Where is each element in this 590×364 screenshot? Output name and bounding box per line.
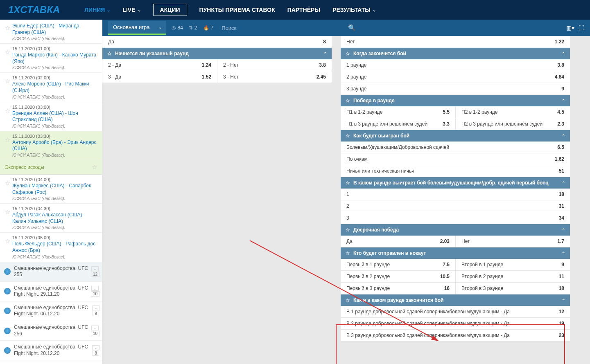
search-input[interactable] [219, 22, 348, 34]
event-item[interactable]: ☆ 15.11.2020 (04:30) Абдул Разак Альхасс… [0, 204, 102, 233]
bet-cell[interactable]: 2 раунде4.84 [341, 71, 570, 83]
category-item[interactable]: Смешанные единоборства. UFC Fight Night.… [0, 282, 102, 301]
bet-cell[interactable]: Да8 [102, 36, 332, 47]
star-icon[interactable]: ☆ [5, 78, 10, 85]
bet-cell[interactable]: Второй в 2 раунде11 [455, 271, 570, 282]
bet-cell[interactable]: Да2.03 [341, 236, 455, 247]
bet-cell[interactable]: Нет1.7 [455, 236, 570, 247]
collapse-icon[interactable]: ⌃ [323, 52, 327, 56]
category-item[interactable]: Смешанные единоборства. UFC Fight Night.… [0, 360, 102, 364]
bet-cell[interactable]: 3 - Нет2.45 [217, 71, 332, 83]
bet-cell[interactable]: Первый в 3 раунде16 [341, 283, 455, 294]
category-label: Смешанные единоборства. UFC 255 [12, 265, 91, 278]
star-icon[interactable]: ☆ [5, 238, 10, 245]
bet-cell[interactable]: Первый в 1 раунде7.5 [341, 259, 455, 270]
category-item[interactable]: Смешанные единоборства. UFC 256 ⌄10 [0, 321, 102, 341]
bet-cell[interactable]: 3 - Да1.52 [102, 71, 217, 83]
sidebar[interactable]: ☆ Эшли Ёдер (США) - Миранда Грангер (США… [0, 20, 102, 364]
collapse-icon[interactable]: ⌃ [562, 298, 565, 303]
bet-cell[interactable]: Первый в 2 раунде10.5 [341, 271, 455, 282]
bet-cell[interactable]: 2 - Нет3.8 [217, 59, 332, 71]
collapse-icon[interactable]: ⌃ [562, 52, 565, 56]
bet-cell[interactable]: Нет1.22 [341, 36, 570, 47]
market-header[interactable]: ☆Как и в каком раунде закончится бой⌃ [341, 294, 570, 306]
bet-cell[interactable]: 118 [341, 189, 570, 200]
event-date: 15.11.2020 (03:00) [12, 105, 98, 110]
nav-shops[interactable]: ПУНКТЫ ПРИЕМА СТАВОК [199, 7, 275, 13]
star-icon[interactable]: ☆ [5, 180, 10, 187]
event-item[interactable]: ☆ 15.11.2020 (03:00) Брендан Аллен (США)… [0, 102, 102, 131]
star-icon[interactable]: ☆ [5, 25, 10, 32]
nav-results[interactable]: РЕЗУЛЬТАТЫ⌄ [332, 7, 376, 13]
market-header[interactable]: ☆Досрочная победа⌃ [341, 224, 570, 236]
market-header[interactable]: ☆Когда закончится бой⌃ [341, 48, 570, 59]
collapse-icon[interactable]: ⌃ [562, 251, 565, 256]
bet-cell[interactable]: 334 [341, 212, 570, 224]
bet-cell[interactable]: 3 раунде9 [341, 83, 570, 94]
bet-cell[interactable]: В 3 раунде добровольной сдачей соперника… [341, 330, 570, 341]
event-item[interactable]: ☆ 15.11.2020 (03:30) Антониу Арройо (Бра… [0, 131, 102, 160]
event-item[interactable]: ☆ 15.11.2020 (02:00) Алекс Мороно (США) … [0, 73, 102, 102]
event-venue: ЮФСИ АПЕКС (Лас-Вегас). [12, 255, 98, 259]
bet-cell[interactable]: П1 в 3 раунде или решением судей3.3 [341, 118, 455, 130]
event-item[interactable]: ☆ Эшли Ёдер (США) - Миранда Грангер (США… [0, 20, 102, 44]
market-header[interactable]: ☆Победа в раунде⌃ [341, 95, 570, 106]
bet-cell[interactable]: В 1 раунде добровольной сдачей соперника… [341, 306, 570, 317]
chevron-down-icon[interactable]: ⌄ [92, 306, 99, 310]
event-item[interactable]: ☆ 15.11.2020 (05:00) Поль Фельдер (США) … [0, 233, 102, 262]
stat-target[interactable]: ◎84 [172, 25, 183, 31]
nav-promo[interactable]: АКЦИИ [153, 4, 187, 16]
bet-cell[interactable]: Второй в 3 раунде18 [455, 283, 570, 294]
stat-fire[interactable]: 🔥7 [203, 25, 214, 31]
star-icon[interactable]: ☆ [92, 164, 97, 171]
collapse-icon[interactable]: ⌃ [562, 134, 565, 138]
bet-cell[interactable]: П2 в 3 раунде или решением судей2.3 [455, 118, 570, 130]
layout-expand-icon[interactable]: ⛶ [579, 25, 584, 31]
event-name: Антониу Арройо (Бра) - Эрик Андерс (США) [12, 139, 98, 152]
market-header[interactable]: ☆В каком раунде выиграет бой болевым/уду… [341, 177, 570, 189]
layout-columns-icon[interactable]: ▥▾ [566, 25, 574, 31]
star-icon: ☆ [346, 250, 350, 256]
chevron-down-icon[interactable]: ⌄ [91, 326, 99, 330]
express-header[interactable]: Экспресс исходы☆ [0, 160, 102, 175]
collapse-icon[interactable]: ⌃ [562, 181, 565, 185]
market-header[interactable]: ☆Как будет выигран бой⌃ [341, 130, 570, 142]
category-label: Смешанные единоборства. UFC Fight Night.… [12, 344, 92, 357]
star-icon[interactable]: ☆ [5, 107, 10, 115]
bet-cell[interactable]: В 2 раунде добровольной сдачей соперника… [341, 318, 570, 329]
bet-cell[interactable]: 2 - Да1.24 [102, 59, 217, 71]
event-item[interactable]: ☆ 15.11.2020 (01:00) Ранда Маркос (Кан) … [0, 44, 102, 73]
stat-sort[interactable]: ⇅2 [189, 25, 197, 31]
star-icon[interactable]: ☆ [5, 209, 10, 216]
bet-cell[interactable]: 1 раунде3.8 [341, 59, 570, 71]
bet-cell[interactable]: Второй в 1 раунде9 [455, 259, 570, 270]
market-header[interactable]: ☆Кто будет отправлен в нокаут⌃ [341, 247, 570, 259]
nav-partners[interactable]: ПАРТНЁРЫ [287, 7, 320, 13]
star-icon[interactable]: ☆ [5, 136, 10, 144]
search-icon[interactable]: 🔍 [348, 24, 356, 31]
market-header[interactable]: ☆Начнется ли указанный раунд⌃ [102, 48, 332, 59]
nav-line[interactable]: ЛИНИЯ⌄ [84, 7, 110, 13]
category-item[interactable]: Смешанные единоборства. UFC Fight Night.… [0, 341, 102, 360]
nav-live[interactable]: LIVE⌄ [122, 7, 140, 13]
event-venue: ЮФСИ АПЕКС (Лас-Вегас). [12, 95, 98, 99]
logo[interactable]: 1XСТАВКА [8, 4, 60, 16]
category-item[interactable]: Смешанные единоборства. UFC Fight Night.… [0, 301, 102, 321]
game-type-select[interactable]: Основная игра ⌄ [108, 21, 166, 35]
bet-cell[interactable]: По очкам1.62 [341, 153, 570, 165]
event-item[interactable]: ☆ 15.11.2020 (04:00) Жулиан Маркес (США)… [0, 175, 102, 204]
bet-cell[interactable]: Болевым/Удушающим/Добровольной сдачей6.5 [341, 142, 570, 153]
chevron-down-icon[interactable]: ⌄ [91, 286, 99, 291]
star-icon[interactable]: ☆ [5, 49, 10, 56]
collapse-icon[interactable]: ⌃ [562, 228, 565, 232]
bet-cell[interactable]: П1 в 1-2 раунде5.5 [341, 106, 455, 118]
chevron-down-icon: ⌄ [107, 8, 110, 12]
bet-cell[interactable]: 231 [341, 200, 570, 212]
bet-cell[interactable]: Ничья или техническая ничья51 [341, 165, 570, 177]
category-item[interactable]: Смешанные единоборства. UFC 255 ⌄12 [0, 262, 102, 282]
chevron-down-icon[interactable]: ⌄ [92, 345, 99, 350]
bet-cell[interactable]: П2 в 1-2 раунде4.5 [455, 106, 570, 118]
chevron-down-icon[interactable]: ⌄ [91, 266, 99, 271]
collapse-icon[interactable]: ⌃ [562, 99, 565, 103]
category-count: 10 [91, 291, 99, 297]
